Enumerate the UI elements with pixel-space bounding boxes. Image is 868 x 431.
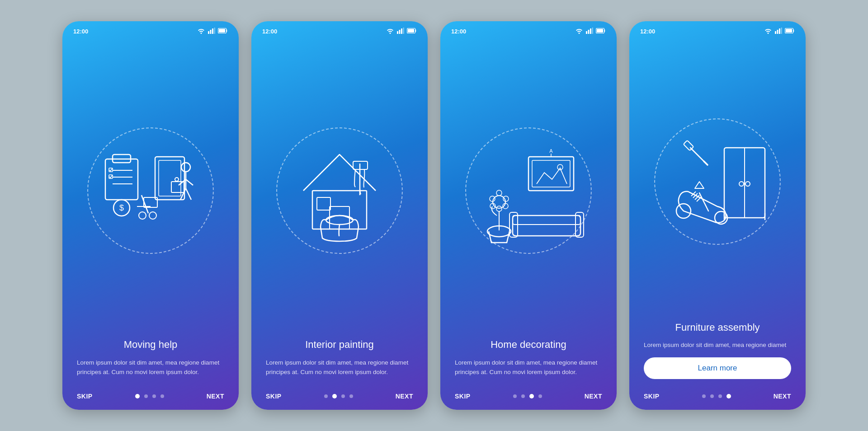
- svg-rect-33: [403, 28, 405, 34]
- dashed-circle-4: [654, 118, 781, 245]
- dot-4-3: [718, 394, 722, 398]
- svg-rect-15: [155, 157, 184, 200]
- text-area-3: Home decorating Lorem ipsum dolor sit di…: [440, 338, 617, 388]
- svg-line-23: [186, 188, 191, 200]
- svg-line-78: [690, 148, 704, 161]
- screen-body-1: Lorem ipsum dolor sit dim amet, mea regi…: [77, 358, 224, 377]
- illustration-home-decorating: A: [440, 38, 617, 338]
- next-button-1[interactable]: NEXT: [207, 393, 224, 400]
- svg-line-80: [704, 161, 708, 165]
- wifi-icon-2: [386, 28, 394, 35]
- svg-line-21: [186, 179, 193, 185]
- svg-rect-16: [159, 160, 181, 196]
- status-bar-1: 12:00: [62, 21, 239, 38]
- illustration-interior-painting: [251, 38, 428, 338]
- svg-rect-45: [592, 28, 594, 34]
- svg-rect-5: [219, 29, 225, 33]
- svg-point-28: [139, 212, 146, 219]
- battery-icon-2: [407, 28, 417, 35]
- text-area-2: Interior painting Lorem ipsum dolor sit …: [251, 338, 428, 388]
- svg-rect-43: [588, 30, 590, 34]
- dot-1-1: [135, 394, 140, 398]
- screen-body-4: Lorem ipsum dolor sit dim amet, mea regi…: [644, 340, 791, 350]
- next-button-3[interactable]: NEXT: [585, 393, 602, 400]
- status-time-3: 12:00: [451, 28, 466, 35]
- illustration-furniture-assembly: [629, 38, 806, 321]
- screen-title-4: Furniture assembly: [644, 321, 791, 334]
- svg-text:A: A: [549, 148, 553, 154]
- svg-rect-71: [786, 29, 792, 33]
- svg-rect-30: [397, 31, 398, 34]
- moving-help-svg: $: [92, 132, 209, 249]
- battery-icon-4: [785, 28, 795, 35]
- skip-button-4[interactable]: SKIP: [644, 393, 660, 400]
- dot-2-2: [332, 394, 337, 398]
- dot-4-4: [726, 394, 731, 398]
- svg-rect-54: [513, 216, 580, 225]
- dot-3-2: [521, 394, 525, 398]
- svg-rect-49: [532, 160, 570, 187]
- svg-line-81: [699, 193, 708, 211]
- svg-point-74: [739, 182, 744, 186]
- nav-dots-3: [513, 394, 542, 398]
- dashed-circle-3: A: [465, 127, 592, 254]
- svg-rect-44: [590, 28, 591, 34]
- wifi-icon-4: [764, 28, 772, 35]
- svg-rect-2: [212, 28, 213, 34]
- nav-bar-2: SKIP NEXT: [251, 388, 428, 410]
- svg-rect-47: [597, 29, 603, 33]
- svg-point-75: [745, 182, 750, 186]
- learn-more-button[interactable]: Learn more: [644, 357, 791, 379]
- wifi-icon-3: [575, 28, 583, 35]
- signal-icon-2: [397, 28, 404, 35]
- dot-3-4: [538, 394, 542, 398]
- screen-title-3: Home decorating: [455, 338, 602, 351]
- svg-rect-69: [781, 28, 783, 34]
- status-time-1: 12:00: [73, 28, 88, 35]
- signal-icon-3: [586, 28, 593, 35]
- next-button-2[interactable]: NEXT: [396, 393, 413, 400]
- screen-interior-painting: 12:00: [251, 21, 428, 410]
- dot-1-2: [144, 394, 148, 398]
- screen-body-3: Lorem ipsum dolor sit dim amet, mea regi…: [455, 358, 602, 377]
- dot-2-4: [349, 394, 353, 398]
- status-icons-1: [197, 28, 228, 35]
- svg-rect-53: [513, 216, 580, 236]
- status-bar-3: 12:00: [440, 21, 617, 38]
- svg-rect-42: [586, 31, 587, 34]
- svg-rect-0: [208, 31, 209, 34]
- wifi-icon-1: [197, 28, 205, 35]
- dot-3-1: [513, 394, 517, 398]
- nav-dots-1: [135, 394, 164, 398]
- screen-title-2: Interior painting: [266, 338, 413, 351]
- next-button-4[interactable]: NEXT: [774, 393, 791, 400]
- svg-rect-48: [528, 157, 574, 191]
- screen-moving-help: 12:00: [62, 21, 239, 410]
- nav-dots-4: [702, 394, 731, 398]
- screen-home-decorating: 12:00: [440, 21, 617, 410]
- svg-rect-3: [214, 28, 216, 34]
- battery-icon-1: [218, 28, 228, 35]
- svg-point-61: [503, 196, 509, 201]
- svg-rect-67: [777, 30, 778, 34]
- svg-point-29: [149, 212, 156, 219]
- skip-button-3[interactable]: SKIP: [455, 393, 471, 400]
- dot-2-1: [324, 394, 328, 398]
- nav-bar-3: SKIP NEXT: [440, 388, 617, 410]
- svg-text:$: $: [119, 203, 124, 212]
- skip-button-1[interactable]: SKIP: [77, 393, 93, 400]
- svg-rect-68: [779, 28, 780, 34]
- text-area-4: Furniture assembly Lorem ipsum dolor sit…: [629, 321, 806, 388]
- svg-point-17: [175, 178, 179, 181]
- svg-rect-32: [401, 28, 402, 34]
- signal-icon-1: [208, 28, 215, 35]
- screens-container: 12:00: [62, 21, 806, 410]
- nav-bar-4: SKIP NEXT: [629, 388, 806, 410]
- illustration-moving-help: $: [62, 38, 239, 338]
- interior-painting-svg: [281, 132, 398, 249]
- svg-rect-1: [210, 30, 212, 34]
- skip-button-2[interactable]: SKIP: [266, 393, 282, 400]
- status-bar-2: 12:00: [251, 21, 428, 38]
- svg-marker-82: [695, 182, 704, 188]
- dashed-circle-2: [276, 127, 403, 254]
